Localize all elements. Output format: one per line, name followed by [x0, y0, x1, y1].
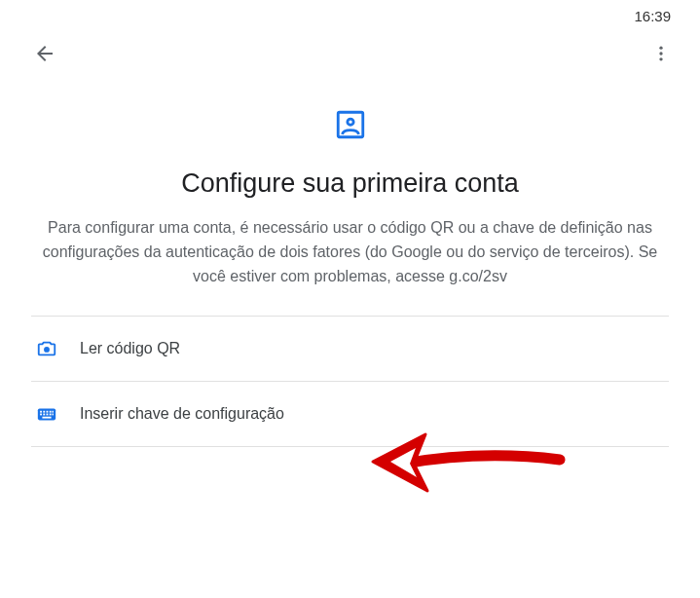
svg-point-1 — [659, 52, 662, 55]
status-time: 16:39 — [634, 8, 671, 24]
svg-rect-12 — [40, 414, 42, 416]
svg-rect-9 — [47, 411, 49, 413]
svg-point-2 — [659, 57, 662, 60]
svg-rect-11 — [53, 411, 54, 413]
status-bar: 16:39 — [0, 0, 700, 28]
enter-key-label: Inserir chave de configuração — [80, 405, 284, 423]
more-vert-icon — [651, 44, 671, 67]
back-arrow-icon — [33, 42, 56, 69]
camera-icon — [35, 338, 58, 359]
svg-rect-15 — [50, 414, 52, 416]
enter-key-option[interactable]: Inserir chave de configuração — [31, 382, 669, 446]
svg-point-5 — [44, 347, 50, 353]
main-content: Configure sua primeira conta Para config… — [0, 79, 700, 447]
svg-rect-17 — [42, 417, 51, 419]
scan-qr-option[interactable]: Ler código QR — [31, 317, 669, 381]
scan-qr-label: Ler código QR — [80, 340, 180, 357]
svg-rect-16 — [53, 414, 54, 416]
page-title: Configure sua primeira conta — [31, 168, 669, 199]
svg-rect-13 — [43, 414, 45, 416]
divider — [31, 446, 669, 447]
page-subtitle: Para configurar uma conta, é necessário … — [31, 216, 669, 288]
svg-rect-14 — [47, 414, 49, 416]
svg-rect-8 — [43, 411, 45, 413]
more-options-button[interactable] — [645, 40, 677, 71]
svg-rect-10 — [50, 411, 52, 413]
back-button[interactable] — [29, 40, 60, 71]
svg-point-4 — [347, 119, 352, 125]
account-box-icon — [334, 108, 367, 141]
svg-rect-7 — [40, 411, 42, 413]
keyboard-icon — [35, 403, 58, 425]
app-bar — [0, 28, 700, 79]
svg-point-0 — [659, 47, 662, 50]
